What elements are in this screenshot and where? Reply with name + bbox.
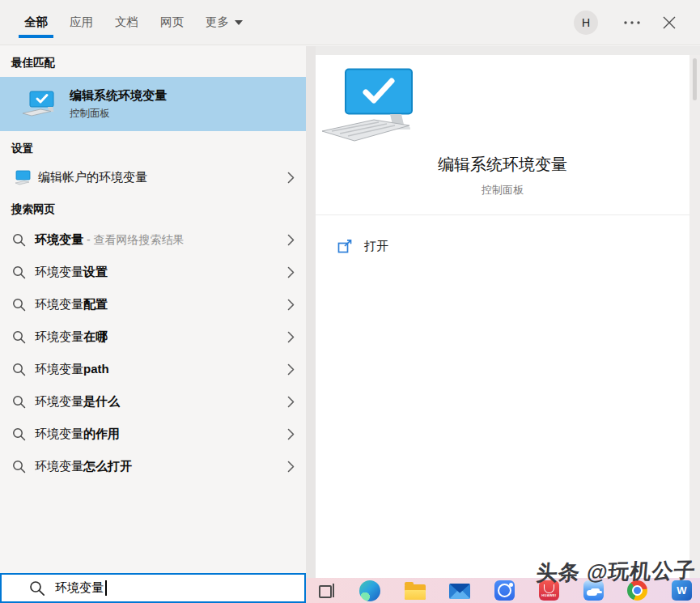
chevron-right-icon [287, 299, 295, 311]
chevron-right-icon [287, 396, 295, 408]
open-action[interactable]: 打开 [316, 229, 689, 263]
system-monitor-hero-icon [316, 68, 422, 142]
web-suggestion-row[interactable]: 环境变量path [0, 353, 306, 385]
edge-icon[interactable] [359, 580, 380, 601]
tab-网页[interactable]: 网页 [155, 0, 189, 45]
avatar-letter: H [582, 16, 590, 29]
chevron-right-icon [287, 266, 295, 278]
search-icon [12, 330, 26, 344]
system-monitor-icon [21, 91, 55, 118]
right-top-strip [316, 46, 700, 55]
suggestion-text: 环境变量在哪 [35, 329, 108, 345]
preview-panel: 编辑系统环境变量 控制面板 打开 [316, 55, 689, 578]
web-suggestion-row[interactable]: 环境变量配置 [0, 288, 306, 321]
tabs: 全部应用文档网页更多 [0, 0, 259, 45]
search-icon [12, 395, 26, 409]
word-label: W [677, 584, 686, 597]
suggestion-text: 环境变量是什么 [35, 394, 120, 410]
tab-label: 网页 [160, 15, 184, 30]
best-match-header: 最佳匹配 [0, 56, 306, 70]
search-icon [12, 233, 26, 247]
preview-subtitle: 控制面板 [316, 183, 689, 197]
suggestion-text: 环境变量怎么打开 [35, 459, 132, 474]
search-input[interactable]: 环境变量 [0, 573, 306, 603]
scrollbar[interactable] [689, 55, 700, 578]
tab-更多[interactable]: 更多 [200, 0, 248, 45]
search-icon [12, 427, 26, 441]
windows-search-panel: 全部应用文档网页更多 H 最佳匹配 [0, 0, 700, 603]
web-suggestion-row[interactable]: 环境变量 - 查看网络搜索结果 [0, 223, 306, 256]
open-label: 打开 [364, 239, 388, 254]
settings-result-label: 编辑帐户的环境变量 [38, 170, 147, 185]
close-button[interactable] [660, 16, 679, 29]
suggestion-text: 环境变量配置 [35, 297, 108, 312]
tab-全部[interactable]: 全部 [19, 0, 53, 45]
suggestion-text: 环境变量 - 查看网络搜索结果 [35, 232, 184, 248]
chevron-right-icon [287, 363, 295, 376]
tab-label: 全部 [24, 15, 48, 30]
settings-header: 设置 [0, 142, 306, 156]
ellipsis-icon [623, 20, 641, 25]
chevron-right-icon [287, 172, 295, 184]
search-icon [29, 580, 45, 597]
suggestion-text: 环境变量的作用 [35, 427, 120, 442]
search-icon [12, 298, 26, 312]
avatar[interactable]: H [574, 11, 598, 35]
web-suggestions: 环境变量 - 查看网络搜索结果 环境变量设置 环境变量配置 [0, 223, 306, 482]
file-explorer-icon[interactable] [405, 584, 426, 600]
mail-icon[interactable] [449, 584, 470, 599]
search-icon [12, 460, 26, 473]
search-web-header: 搜索网页 [0, 202, 306, 217]
column-divider [306, 46, 316, 603]
petal-browser-icon[interactable] [494, 580, 515, 601]
mini-monitor-icon [13, 170, 31, 185]
preview-divider [316, 214, 689, 215]
more-options-button[interactable] [622, 20, 642, 25]
best-match-title: 编辑系统环境变量 [70, 88, 167, 104]
task-view-icon[interactable] [316, 582, 335, 600]
tab-label: 更多 [206, 15, 229, 30]
web-suggestion-row[interactable]: 环境变量设置 [0, 256, 306, 288]
preview-title: 编辑系统环境变量 [316, 154, 689, 176]
chevron-right-icon [287, 428, 295, 440]
results-column: 最佳匹配 编辑系统环境变量 控制面板 设置 编辑帐户的环境变量 [0, 46, 306, 573]
best-match-subtitle: 控制面板 [70, 107, 167, 121]
tab-应用[interactable]: 应用 [64, 0, 99, 45]
tab-label: 应用 [70, 15, 93, 30]
header-controls: H [574, 0, 700, 45]
search-header: 全部应用文档网页更多 H [0, 0, 700, 45]
chevron-right-icon [287, 331, 295, 343]
tab-文档[interactable]: 文档 [109, 0, 144, 45]
chevron-right-icon [287, 234, 295, 246]
search-icon [12, 363, 26, 376]
scrollbar-thumb[interactable] [693, 58, 697, 100]
web-suggestion-row[interactable]: 环境变量的作用 [0, 418, 306, 450]
settings-result[interactable]: 编辑帐户的环境变量 [0, 160, 306, 194]
open-external-icon [337, 240, 353, 253]
chevron-right-icon [287, 461, 295, 473]
search-icon [12, 265, 26, 279]
suggestion-text: 环境变量path [35, 362, 109, 377]
web-suggestion-row[interactable]: 环境变量是什么 [0, 385, 306, 418]
suggestion-text: 环境变量设置 [35, 265, 108, 280]
web-suggestion-row[interactable]: 环境变量在哪 [0, 321, 306, 353]
tab-label: 文档 [115, 15, 138, 30]
watermark-text: 头条 @玩机公子 [536, 556, 698, 587]
huawei-label: HUAWEI [541, 593, 556, 597]
web-suggestion-row[interactable]: 环境变量怎么打开 [0, 450, 306, 482]
chevron-down-icon [235, 20, 243, 25]
search-query-text: 环境变量 [55, 580, 104, 596]
best-match-result[interactable]: 编辑系统环境变量 控制面板 [0, 77, 306, 131]
best-match-texts: 编辑系统环境变量 控制面板 [70, 88, 167, 121]
close-icon [663, 16, 676, 29]
text-cursor [105, 580, 107, 596]
